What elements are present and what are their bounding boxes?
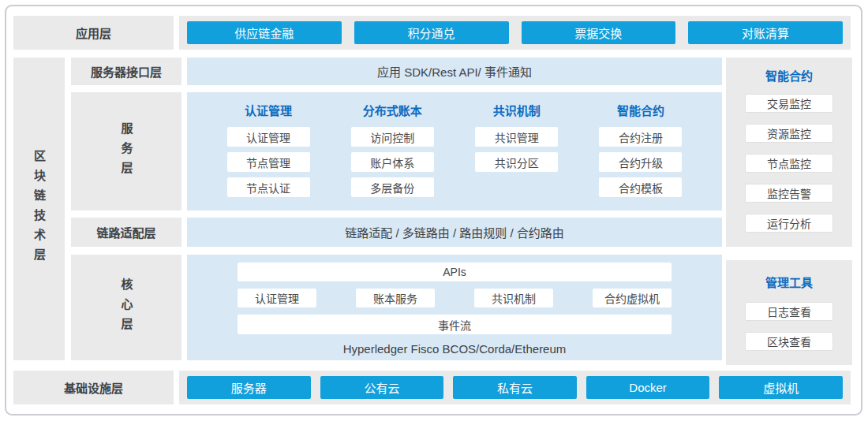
service-item: 合约升级 xyxy=(599,152,682,172)
service-layer-label: 服务层 xyxy=(71,92,181,210)
core-layer-label-text: 核心层 xyxy=(121,278,133,337)
infra-button-public-cloud: 公有云 xyxy=(320,376,444,399)
core-platforms-caption: Hyperledger Fisco BCOS/Corda/Ethereum xyxy=(343,342,567,356)
service-item: 节点管理 xyxy=(227,152,310,172)
tools-item: 区块查看 xyxy=(745,332,833,351)
monitor-item: 监控告警 xyxy=(745,184,833,203)
core-layer-box: APIs 认证管理 账本服务 共识机制 合约虚拟机 事件流 Hyperledge… xyxy=(187,255,722,360)
service-item: 节点认证 xyxy=(227,177,310,197)
monitor-item: 节点监控 xyxy=(745,154,833,173)
service-item: 合约模板 xyxy=(599,177,682,197)
service-column-header: 分布式账本 xyxy=(363,105,422,117)
monitor-panel: 智能合约 交易监控 资源监控 节点监控 监控告警 运行分析 xyxy=(726,58,852,247)
service-column-header: 智能合约 xyxy=(617,105,664,117)
core-layer-label: 核心层 xyxy=(71,255,181,360)
service-item: 共识分区 xyxy=(475,152,558,172)
service-layer-label-text: 服务层 xyxy=(121,122,133,181)
tech-layer-label: 区块链技术层 xyxy=(13,58,65,360)
app-button-points-exchange: 积分通兑 xyxy=(354,21,509,44)
app-layer-strip: 供应链金融 积分通兑 票据交换 对账清算 xyxy=(179,16,851,50)
tools-item: 日志查看 xyxy=(745,302,833,321)
core-module: 认证管理 xyxy=(238,289,316,307)
infra-button-private-cloud: 私有云 xyxy=(453,376,577,399)
service-item: 共识管理 xyxy=(475,127,558,147)
service-item: 认证管理 xyxy=(227,127,310,147)
core-module: 共识机制 xyxy=(474,289,553,307)
service-item: 账户体系 xyxy=(351,152,434,172)
service-column-auth: 认证管理 认证管理 节点管理 节点认证 xyxy=(209,103,327,210)
link-layer-content: 链路适配 / 多链路由 / 路由规则 / 合约路由 xyxy=(187,218,722,247)
core-modules-row: 认证管理 账本服务 共识机制 合约虚拟机 xyxy=(238,289,672,307)
service-item: 多层备份 xyxy=(351,177,434,197)
monitor-item: 交易监控 xyxy=(745,94,833,113)
infra-layer-label: 基础设施层 xyxy=(13,371,174,404)
core-module: 账本服务 xyxy=(356,289,435,307)
app-button-bill-exchange: 票据交换 xyxy=(522,21,676,44)
monitor-panel-header: 智能合约 xyxy=(765,70,813,83)
infra-button-server: 服务器 xyxy=(187,376,311,399)
app-button-reconciliation: 对账清算 xyxy=(688,21,843,44)
core-event-bar: 事件流 xyxy=(238,315,672,334)
service-column-contract: 智能合约 合约注册 合约升级 合约模板 xyxy=(582,103,700,210)
infra-button-vm: 虚拟机 xyxy=(719,376,843,399)
service-layer-box: 认证管理 认证管理 节点管理 节点认证 分布式账本 访问控制 账户体系 多层备份… xyxy=(187,92,722,210)
service-column-ledger: 分布式账本 访问控制 账户体系 多层备份 xyxy=(333,103,451,210)
tools-panel: 管理工具 日志查看 区块查看 xyxy=(726,260,852,365)
service-item: 访问控制 xyxy=(351,127,434,147)
monitor-item: 运行分析 xyxy=(745,214,833,233)
service-item: 合约注册 xyxy=(599,127,682,147)
interface-layer-label: 服务器接口层 xyxy=(71,58,181,85)
tools-panel-header: 管理工具 xyxy=(765,277,813,289)
service-column-header: 认证管理 xyxy=(245,105,292,117)
infra-button-docker: Docker xyxy=(586,376,710,399)
service-column-header: 共识机制 xyxy=(493,105,541,117)
interface-layer-content: 应用 SDK/Rest API/ 事件通知 xyxy=(187,58,722,85)
app-button-supply-chain-finance: 供应链金融 xyxy=(187,21,342,44)
service-column-consensus: 共识机制 共识管理 共识分区 xyxy=(458,103,576,210)
infra-layer-strip: 服务器 公有云 私有云 Docker 虚拟机 xyxy=(179,371,851,404)
core-apis-bar: APIs xyxy=(238,263,672,281)
tech-layer-label-text: 区块链技术层 xyxy=(33,150,45,268)
core-module: 合约虚拟机 xyxy=(593,289,672,307)
monitor-item: 资源监控 xyxy=(745,124,833,143)
link-layer-label: 链路适配层 xyxy=(71,218,181,247)
app-layer-label: 应用层 xyxy=(13,16,174,50)
